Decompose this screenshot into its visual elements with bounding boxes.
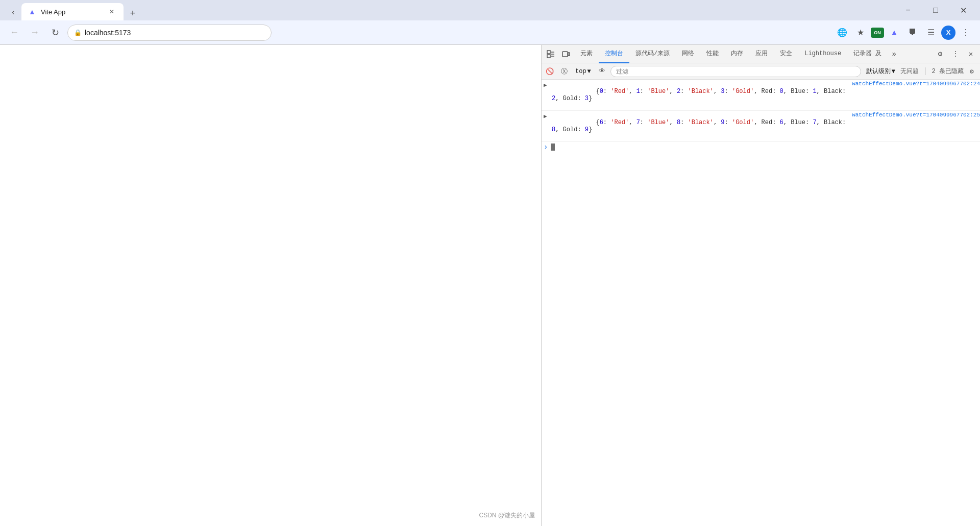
expand-arrow-icon[interactable]: ▶: [544, 82, 551, 88]
minimize-button[interactable]: −: [896, 2, 920, 18]
console-prompt-line[interactable]: ›: [542, 142, 980, 152]
context-top-label: top: [575, 68, 586, 75]
console-entry: ▶ {6: 'Red', 7: 'Blue', 8: 'Black', 9: '…: [542, 111, 980, 142]
reload-button[interactable]: ↻: [47, 25, 63, 41]
address-text: localhost:5173: [85, 29, 131, 37]
log-level-label: 默认级别: [866, 67, 891, 76]
devtools-close-icon[interactable]: ✕: [964, 47, 978, 61]
back-button[interactable]: ←: [6, 25, 22, 41]
tab-memory[interactable]: 内存: [725, 45, 749, 63]
sidebar-toggle-icon[interactable]: ☰: [923, 25, 939, 41]
page-content: CSDN @谜失的小屋: [0, 45, 541, 526]
eye-icon[interactable]: 👁: [596, 65, 608, 78]
console-settings-icon[interactable]: ⚙: [966, 65, 978, 78]
prompt-cursor[interactable]: [551, 144, 555, 151]
tab-close-button[interactable]: ✕: [107, 7, 116, 16]
window-controls: − □ ✕: [896, 2, 975, 18]
tab-bar: ‹ ▲ Vite App ✕ +: [5, 0, 892, 20]
more-tabs-button[interactable]: »: [888, 47, 900, 61]
menu-dots-icon[interactable]: ⋮: [958, 25, 974, 41]
watermark: CSDN @谜失的小屋: [479, 511, 535, 520]
tab-sources[interactable]: 源代码/来源: [629, 45, 676, 63]
svg-rect-0: [547, 51, 550, 54]
address-bar: ← → ↻ 🔒 localhost:5173 🌐 ★ ON ▲ ⛊ ☰ X ⋮: [0, 20, 980, 45]
translate-icon[interactable]: 🌐: [834, 25, 850, 41]
security-lock-icon: 🔒: [74, 29, 82, 36]
close-button[interactable]: ✕: [951, 2, 975, 18]
devtools-settings-icon[interactable]: ⚙: [933, 47, 947, 61]
tab-recorder[interactable]: 记录器 及: [847, 45, 888, 63]
tab-performance[interactable]: 性能: [700, 45, 725, 63]
tab-favicon: ▲: [29, 8, 37, 16]
svg-rect-6: [568, 53, 570, 56]
context-selector[interactable]: top ▼: [572, 67, 594, 76]
devtools-controls-right: ⚙ ⋮ ✕: [933, 47, 978, 61]
devtools-more-icon[interactable]: ⋮: [948, 47, 963, 61]
vite-extension-icon[interactable]: ▲: [886, 25, 902, 41]
tab-network[interactable]: 网络: [676, 45, 700, 63]
forward-button[interactable]: →: [27, 25, 43, 41]
tab-history-btn[interactable]: ‹: [5, 4, 21, 20]
no-issues-label: 无问题: [900, 67, 919, 76]
bookmark-icon[interactable]: ★: [852, 25, 869, 41]
expand-arrow-icon[interactable]: ▶: [544, 113, 551, 119]
inspect-icon[interactable]: [544, 47, 558, 61]
log-level-selector[interactable]: 默认级别 ▼: [863, 66, 898, 77]
new-tab-button[interactable]: +: [126, 6, 140, 20]
devtools-tabs: 元素 控制台 源代码/来源 网络 性能 内存: [574, 45, 932, 63]
tab-lighthouse[interactable]: Lighthouse: [798, 45, 847, 63]
clear-console-icon[interactable]: 🚫: [544, 65, 556, 78]
console-source-link[interactable]: watchEffectDemo.vue?t=1704099967702:25: [852, 112, 980, 118]
console-entry-text: {0: 'Red', 1: 'Blue', 2: 'Black', 3: 'Go…: [552, 81, 848, 109]
tab-application[interactable]: 应用: [749, 45, 774, 63]
svg-rect-5: [562, 52, 568, 57]
svg-rect-4: [547, 55, 550, 58]
filter-icon[interactable]: Ⓧ: [558, 65, 570, 78]
hidden-count-label: 2 条已隐藏: [932, 67, 964, 76]
console-entry-text: {6: 'Red', 7: 'Blue', 8: 'Black', 9: 'Go…: [552, 112, 848, 140]
active-tab[interactable]: ▲ Vite App ✕: [21, 3, 124, 20]
maximize-button[interactable]: □: [924, 2, 947, 18]
tab-console[interactable]: 控制台: [599, 45, 629, 63]
console-entry: ▶ {0: 'Red', 1: 'Blue', 2: 'Black', 3: '…: [542, 80, 980, 111]
context-dropdown-icon: ▼: [587, 68, 591, 75]
devtools-topbar: 元素 控制台 源代码/来源 网络 性能 内存: [542, 45, 980, 63]
console-content: ▶ {0: 'Red', 1: 'Blue', 2: 'Black', 3: '…: [542, 80, 980, 526]
log-level-dropdown-icon: ▼: [892, 68, 895, 75]
prompt-icon: ›: [544, 143, 548, 151]
browser-frame: ‹ ▲ Vite App ✕ + − □ ✕ ← → ↻ 🔒 localhost…: [0, 0, 980, 526]
browser-actions: 🌐 ★ ON ▲ ⛊ ☰ X ⋮: [834, 25, 974, 41]
extension-on-icon[interactable]: ON: [871, 28, 884, 38]
devtools-console-toolbar: 🚫 Ⓧ top ▼ 👁 默认级别 ▼ 无问题 | 2 条已隐藏 ⚙: [542, 63, 980, 80]
devtools-panel: 元素 控制台 源代码/来源 网络 性能 内存: [541, 45, 980, 526]
device-toolbar-icon[interactable]: [559, 47, 573, 61]
address-input-container[interactable]: 🔒 localhost:5173: [67, 25, 272, 41]
tab-title: Vite App: [41, 8, 103, 16]
tab-security[interactable]: 安全: [774, 45, 798, 63]
filter-input[interactable]: [610, 66, 861, 77]
tab-elements[interactable]: 元素: [574, 45, 599, 63]
main-area: CSDN @谜失的小屋: [0, 45, 980, 526]
profile-button[interactable]: X: [941, 26, 955, 40]
extensions-icon[interactable]: ⛊: [904, 25, 921, 41]
title-bar: ‹ ▲ Vite App ✕ + − □ ✕: [0, 0, 980, 20]
console-source-link[interactable]: watchEffectDemo.vue?t=1704099967702:24: [852, 81, 980, 87]
